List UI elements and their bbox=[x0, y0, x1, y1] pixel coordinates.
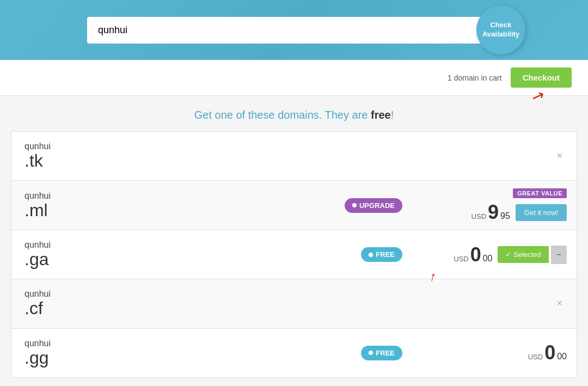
domain-row: qunhui .ml UPGRADE GREAT VALUE USD 995 G… bbox=[11, 181, 577, 230]
domain-extension: .gg bbox=[24, 348, 337, 367]
selected-button[interactable]: ✓ Selected bbox=[498, 246, 548, 263]
price-cents: 00 bbox=[483, 254, 493, 264]
great-value-badge: GREAT VALUE bbox=[513, 188, 567, 198]
free-badge: FREE bbox=[361, 247, 402, 262]
domain-row: qunhui .ga FREE USD 000 ✓ Selected − ↑ bbox=[11, 230, 577, 279]
close-icon[interactable]: × bbox=[552, 148, 567, 164]
domain-name-cell: qunhui .ga bbox=[11, 230, 350, 279]
check-availability-button[interactable]: Check Availability bbox=[476, 5, 525, 54]
price-display: USD 000 bbox=[454, 245, 492, 265]
price-action-row: USD 995 Get it now! bbox=[471, 203, 567, 222]
search-input[interactable] bbox=[87, 17, 501, 44]
free-badge: FREE bbox=[361, 346, 402, 360]
badge-dot bbox=[369, 253, 373, 257]
domain-extension: .cf bbox=[24, 299, 378, 318]
badge-dot bbox=[369, 351, 373, 355]
domain-extension: .ml bbox=[24, 201, 321, 220]
price-action-cell: × bbox=[413, 288, 577, 319]
upgrade-badge: UPGRADE bbox=[345, 198, 402, 213]
currency-label: USD bbox=[528, 353, 543, 361]
domain-name-cell: qunhui .ml bbox=[11, 181, 334, 230]
domain-name-cell: qunhui .gg bbox=[11, 329, 350, 377]
get-it-now-button[interactable]: Get it now! bbox=[516, 204, 567, 221]
price-display: USD 995 bbox=[471, 203, 510, 222]
promo-text: Get one of these domains. They are free! bbox=[0, 96, 588, 131]
domain-subdomain: qunhui bbox=[24, 191, 321, 201]
domain-subdomain: qunhui bbox=[24, 289, 378, 299]
close-icon[interactable]: × bbox=[552, 296, 567, 311]
price-cents: 95 bbox=[500, 211, 510, 221]
search-area: Check Availability bbox=[87, 17, 501, 44]
price-action-cell: USD 000 bbox=[413, 335, 577, 370]
domain-badge-cell: FREE bbox=[350, 346, 413, 360]
selected-button-group: ✓ Selected − bbox=[498, 246, 567, 264]
price-action-cell: × bbox=[413, 140, 577, 171]
domain-name-cell: qunhui .tk bbox=[11, 132, 391, 180]
domain-subdomain: qunhui bbox=[24, 240, 337, 250]
currency-label: USD bbox=[454, 255, 468, 263]
domain-row: qunhui .gg FREE USD 000 bbox=[11, 329, 577, 377]
price-action-row: USD 000 bbox=[528, 343, 567, 363]
price-amount: 0 bbox=[470, 245, 481, 265]
price-amount: 9 bbox=[488, 203, 499, 222]
domain-subdomain: qunhui bbox=[24, 142, 378, 151]
header: Check Availability bbox=[0, 0, 588, 60]
deselect-button[interactable]: − bbox=[551, 246, 567, 264]
domain-subdomain: qunhui bbox=[24, 339, 337, 348]
domain-badge-cell: FREE bbox=[350, 247, 413, 262]
price-amount: 0 bbox=[544, 343, 555, 363]
domain-extension: .ga bbox=[24, 250, 337, 269]
price-action-cell: GREAT VALUE USD 995 Get it now! bbox=[413, 181, 577, 230]
badge-dot bbox=[352, 203, 357, 207]
domain-extension: .tk bbox=[24, 151, 378, 170]
domain-name-cell: qunhui .cf bbox=[11, 279, 391, 328]
price-display: USD 000 bbox=[528, 343, 567, 363]
currency-label: USD bbox=[471, 212, 486, 220]
price-cents: 00 bbox=[557, 352, 567, 362]
domain-list: qunhui .tk × qunhui .ml UPGRADE GREAT VA… bbox=[11, 131, 577, 378]
domain-badge-cell: UPGRADE bbox=[334, 198, 413, 213]
price-action-cell: USD 000 ✓ Selected − ↑ bbox=[413, 237, 577, 272]
price-action-row: USD 000 ✓ Selected − bbox=[454, 245, 567, 265]
checkout-button[interactable]: Checkout bbox=[511, 68, 572, 88]
domain-row: qunhui .cf × bbox=[11, 279, 577, 328]
cart-count-label: 1 domain in cart bbox=[448, 73, 502, 82]
domain-row: qunhui .tk × bbox=[11, 132, 577, 181]
cart-bar: 1 domain in cart Checkout ↗ bbox=[0, 60, 588, 96]
